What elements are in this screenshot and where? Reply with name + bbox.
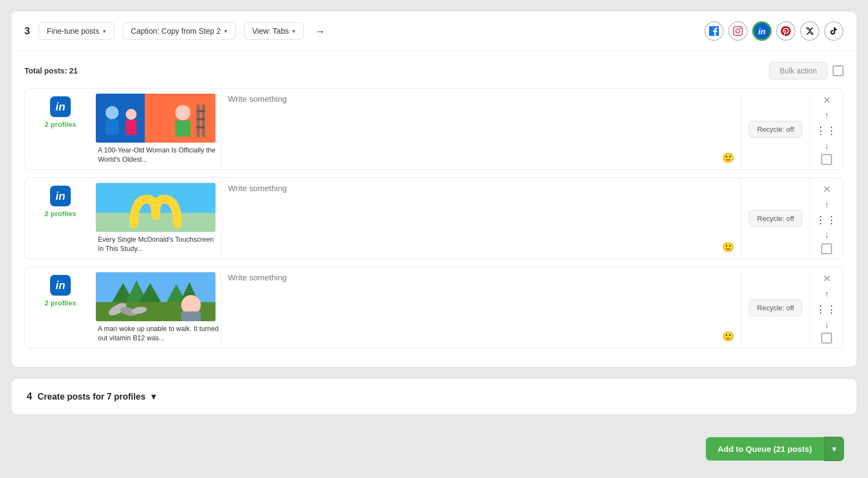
svg-rect-12	[196, 118, 205, 120]
post-title-3: A man woke up unable to walk. It turned …	[96, 324, 221, 344]
step3-header: 3 Fine-tune posts ▾ Caption: Copy from S…	[11, 11, 857, 51]
move-down-btn-2[interactable]: ↓	[823, 229, 830, 241]
svg-point-4	[126, 109, 137, 120]
chevron-down-icon: ▾	[151, 392, 156, 401]
caption-label: Caption: Copy from Step 2	[131, 27, 221, 35]
profiles-label-1[interactable]: 2 profiles	[45, 120, 76, 128]
emoji-icon-3[interactable]: 🙂	[722, 330, 734, 342]
linkedin-icon-btn[interactable]: in	[752, 21, 772, 41]
post-controls-3: ✕ ↑ ⋮⋮ ↓	[810, 267, 843, 348]
post-checkbox-3[interactable]	[821, 333, 832, 344]
post-thumbnail-1	[96, 94, 216, 143]
posts-header: Total posts: 21 Bulk action	[24, 62, 844, 79]
post-textarea-area-1[interactable]: 🙂	[221, 89, 741, 169]
post-left-2: in 2 profiles	[25, 178, 96, 259]
move-down-btn-1[interactable]: ↓	[823, 140, 830, 152]
caption-copy-btn[interactable]: Caption: Copy from Step 2 ▾	[123, 22, 236, 40]
more-options-btn-2[interactable]: ⋮⋮	[815, 213, 839, 227]
svg-rect-29	[181, 311, 201, 321]
post-row: in 2 profiles	[24, 267, 844, 348]
footer-bar: Add to Queue (21 posts) ▾	[11, 426, 857, 472]
fine-tune-posts-btn[interactable]: Fine-tune posts ▾	[39, 22, 114, 40]
create-posts-text: Create posts for 7 profiles	[38, 392, 145, 401]
bulk-action-area: Bulk action	[769, 62, 844, 79]
svg-point-2	[106, 106, 119, 119]
profiles-label-3[interactable]: 2 profiles	[45, 299, 76, 307]
view-label: View: Tabs	[253, 27, 289, 35]
write-something-input-3[interactable]	[228, 273, 734, 330]
social-icons: in	[704, 21, 844, 41]
step4-header: 4 Create posts for 7 profiles ▾	[11, 379, 857, 414]
post-left-3: in 2 profiles	[25, 267, 96, 348]
post-left-1: in 2 profiles	[25, 89, 96, 169]
tiktok-icon-btn[interactable]	[824, 21, 844, 41]
twitter-icon-btn[interactable]	[800, 21, 820, 41]
svg-rect-3	[106, 119, 119, 134]
svg-rect-5	[126, 120, 137, 135]
linkedin-badge: in	[50, 96, 71, 117]
remove-btn-2[interactable]: ✕	[822, 182, 832, 197]
facebook-icon-btn[interactable]	[704, 21, 724, 41]
svg-rect-13	[196, 126, 205, 128]
post-textarea-area-3[interactable]: 🙂	[221, 267, 741, 348]
move-up-btn-2[interactable]: ↑	[823, 199, 830, 211]
step4-card: 4 Create posts for 7 profiles ▾	[11, 378, 857, 415]
svg-rect-8	[175, 120, 190, 137]
svg-rect-11	[196, 110, 205, 112]
post-image-area-2: Every Single McDonald's Touchscreen In T…	[96, 178, 221, 259]
select-all-checkbox[interactable]	[833, 65, 844, 76]
post-image-area-1: A 100-Year-Old Woman Is Officially the W…	[96, 89, 221, 169]
recycle-btn-3[interactable]: Recycle: off	[749, 299, 802, 316]
post-image-area-3: A man woke up unable to walk. It turned …	[96, 267, 221, 348]
chevron-down-icon: ▾	[224, 28, 227, 35]
instagram-icon-btn[interactable]	[728, 21, 748, 41]
post-title-1: A 100-Year-Old Woman Is Officially the W…	[96, 146, 221, 165]
add-to-queue-btn[interactable]: Add to Queue (21 posts)	[706, 437, 824, 461]
remove-btn-1[interactable]: ✕	[822, 93, 832, 107]
recycle-btn-2[interactable]: Recycle: off	[749, 210, 802, 227]
pinterest-icon-btn[interactable]	[776, 21, 796, 41]
profiles-label-2[interactable]: 2 profiles	[45, 210, 76, 218]
svg-rect-1	[96, 94, 145, 143]
move-down-btn-3[interactable]: ↓	[823, 318, 830, 330]
section3-body: Total posts: 21 Bulk action in 2 profile…	[11, 51, 857, 367]
post-actions-1: Recycle: off	[741, 89, 810, 169]
view-tabs-btn[interactable]: View: Tabs ▾	[244, 22, 304, 40]
more-options-btn-1[interactable]: ⋮⋮	[815, 124, 839, 138]
recycle-btn-1[interactable]: Recycle: off	[749, 121, 802, 138]
move-up-btn-3[interactable]: ↑	[823, 288, 830, 300]
step4-number: 4	[27, 391, 32, 402]
post-checkbox-2[interactable]	[821, 243, 832, 254]
move-up-btn-1[interactable]: ↑	[823, 109, 830, 121]
svg-rect-9	[196, 105, 200, 137]
svg-point-7	[175, 105, 190, 120]
emoji-icon-2[interactable]: 🙂	[722, 241, 734, 253]
linkedin-badge: in	[50, 186, 71, 206]
write-something-input-1[interactable]	[228, 94, 734, 152]
chevron-down-icon: ▾	[292, 28, 296, 35]
chevron-down-icon: ▾	[103, 28, 106, 35]
emoji-icon-1[interactable]: 🙂	[722, 152, 734, 164]
post-actions-2: Recycle: off	[741, 178, 810, 259]
write-something-input-2[interactable]	[228, 183, 734, 241]
add-to-queue-dropdown-btn[interactable]: ▾	[824, 437, 844, 461]
linkedin-badge: in	[50, 275, 71, 296]
post-textarea-area-2[interactable]: 🙂	[221, 178, 741, 259]
arrow-icon: →	[315, 25, 325, 38]
fine-tune-label: Fine-tune posts	[47, 27, 100, 35]
post-row: in 2 profiles	[24, 88, 844, 170]
post-controls-1: ✕ ↑ ⋮⋮ ↓	[810, 89, 843, 169]
post-actions-3: Recycle: off	[741, 267, 810, 348]
remove-btn-3[interactable]: ✕	[822, 272, 832, 286]
post-checkbox-1[interactable]	[821, 154, 832, 165]
post-controls-2: ✕ ↑ ⋮⋮ ↓	[810, 178, 843, 259]
post-title-2: Every Single McDonald's Touchscreen In T…	[96, 235, 221, 254]
post-thumbnail-3	[96, 272, 216, 321]
step3-number: 3	[24, 26, 30, 37]
more-options-btn-3[interactable]: ⋮⋮	[815, 302, 839, 316]
create-posts-label: Create posts for 7 profiles ▾	[38, 391, 156, 402]
step3-card: 3 Fine-tune posts ▾ Caption: Copy from S…	[11, 11, 857, 367]
bulk-action-btn[interactable]: Bulk action	[769, 62, 827, 79]
post-row: in 2 profiles Every Single McDonald's To…	[24, 177, 844, 259]
total-posts-label: Total posts: 21	[24, 66, 78, 75]
